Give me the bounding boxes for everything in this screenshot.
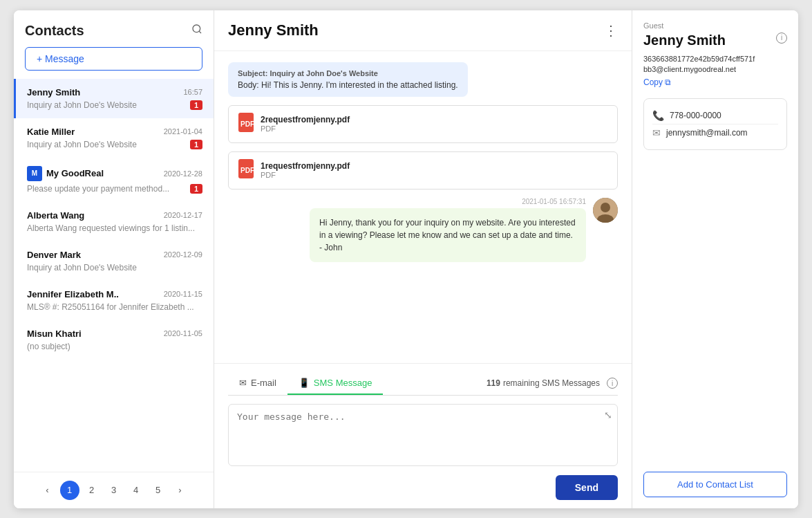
attachment-1[interactable]: PDF 2requestfromjenny.pdf PDF bbox=[228, 105, 618, 143]
page-2-button[interactable]: 2 bbox=[82, 481, 102, 500]
contact-info-icon: i bbox=[776, 33, 787, 44]
outgoing-message-wrapper: 2021-01-05 16:57:31 Hi Jenny, thank you … bbox=[228, 198, 618, 262]
page-5-button[interactable]: 5 bbox=[149, 481, 168, 500]
email-row: ✉ jennysmith@mail.com bbox=[652, 124, 778, 141]
contact-item[interactable]: Jennifer Elizabeth M.. 2020-11-15 MLS® #… bbox=[14, 281, 214, 320]
contact-name: My GoodReal bbox=[46, 168, 104, 178]
contacts-panel: Contacts + Message Jenny Smith 16:57 Inq… bbox=[14, 10, 214, 508]
contact-date: 2020-11-05 bbox=[164, 329, 202, 337]
contact-subject: (no subject) bbox=[27, 342, 202, 351]
info-icon: i bbox=[607, 378, 618, 389]
svg-text:PDF: PDF bbox=[240, 120, 254, 128]
file-type-1: PDF bbox=[261, 124, 350, 133]
file-type-2: PDF bbox=[261, 171, 350, 179]
unread-badge: 1 bbox=[190, 100, 202, 110]
add-to-contact-list-button[interactable]: Add to Contact List bbox=[643, 472, 787, 497]
phone-icon: 📞 bbox=[652, 110, 664, 121]
pagination: ‹ 1 2 3 4 5 › bbox=[14, 472, 214, 508]
sms-tab[interactable]: 📱 SMS Message bbox=[287, 372, 384, 395]
copy-link[interactable]: Copy ⧉ bbox=[643, 77, 787, 87]
phone-number: 778-000-0000 bbox=[670, 111, 721, 120]
more-options-button[interactable]: ⋮ bbox=[604, 22, 618, 39]
pdf-icon: PDF bbox=[238, 113, 254, 136]
contact-list: Jenny Smith 16:57 Inquiry at John Doe's … bbox=[14, 79, 214, 472]
sms-remaining: 119 remaining SMS Messages i bbox=[487, 378, 618, 389]
contact-name: Denver Mark bbox=[27, 250, 81, 260]
contact-item[interactable]: Alberta Wang 2020-12-17 Alberta Wang req… bbox=[14, 202, 214, 241]
file-name-1: 2requestfromjenny.pdf bbox=[261, 115, 350, 124]
page-4-button[interactable]: 4 bbox=[126, 481, 146, 500]
email-icon: ✉ bbox=[239, 378, 247, 388]
chat-header: Jenny Smith ⋮ bbox=[214, 10, 632, 51]
email-address: jennysmith@mail.com bbox=[666, 128, 748, 138]
next-page-button[interactable]: › bbox=[171, 481, 190, 500]
file-name-2: 1requestfromjenny.pdf bbox=[261, 161, 350, 171]
unread-badge: 1 bbox=[190, 184, 202, 194]
email-icon: ✉ bbox=[652, 127, 661, 138]
brand-logo: M bbox=[27, 166, 42, 181]
contact-item[interactable]: Jenny Smith 16:57 Inquiry at John Doe's … bbox=[14, 79, 214, 118]
svg-point-7 bbox=[601, 203, 610, 212]
contact-subject: Alberta Wang requested viewings for 1 li… bbox=[27, 223, 202, 233]
pdf-icon-2: PDF bbox=[238, 159, 254, 182]
contact-item[interactable]: Denver Mark 2020-12-09 Inquiry at John D… bbox=[14, 241, 214, 281]
new-message-button[interactable]: + Message bbox=[25, 47, 202, 71]
email-tab[interactable]: ✉ E-mail bbox=[228, 372, 287, 395]
guest-label: Guest bbox=[643, 21, 787, 30]
contact-name: Katie Miller bbox=[27, 127, 75, 137]
page-3-button[interactable]: 3 bbox=[104, 481, 124, 500]
chat-messages: Subject: Inquiry at John Doe's Website B… bbox=[214, 51, 632, 363]
compose-box: ⤡ bbox=[228, 404, 618, 468]
contact-subject: MLS® #: R25051164 for Jennifer Elizabeth… bbox=[27, 302, 202, 312]
incoming-message: Subject: Inquiry at John Doe's Website B… bbox=[228, 62, 468, 97]
contact-name: Jennifer Elizabeth M.. bbox=[27, 289, 119, 299]
contact-item[interactable]: Katie Miller 2021-01-04 Inquiry at John … bbox=[14, 118, 214, 158]
svg-text:PDF: PDF bbox=[240, 167, 254, 174]
chat-compose: ✉ E-mail 📱 SMS Message 119 remaining SMS… bbox=[214, 363, 632, 508]
contact-full-name: Jenny Smith bbox=[643, 33, 726, 48]
info-panel: Guest Jenny Smith i 363663881772e42b59d7… bbox=[632, 10, 798, 508]
chat-contact-name: Jenny Smith bbox=[228, 21, 319, 39]
phone-row: 📞 778-000-0000 bbox=[652, 107, 778, 124]
message-subject: Subject: Inquiry at John Doe's Website bbox=[238, 69, 458, 77]
sms-count: 119 bbox=[487, 378, 500, 388]
message-timestamp: 2021-01-05 16:57:31 bbox=[522, 198, 586, 205]
svg-point-0 bbox=[193, 25, 200, 33]
page-1-button[interactable]: 1 bbox=[60, 481, 79, 500]
contact-card: 📞 778-000-0000 ✉ jennysmith@mail.com bbox=[643, 98, 787, 150]
send-row: Send bbox=[228, 475, 618, 500]
search-button[interactable] bbox=[191, 24, 202, 37]
contact-date: 2020-11-15 bbox=[164, 290, 202, 298]
expand-button[interactable]: ⤡ bbox=[604, 409, 612, 420]
copy-icon: ⧉ bbox=[665, 77, 671, 87]
contact-name: Misun Khatri bbox=[27, 329, 82, 339]
email-id: 363663881772e42b59d74cff571fbb3@client.m… bbox=[643, 54, 787, 75]
attachment-2[interactable]: PDF 1requestfromjenny.pdf PDF bbox=[228, 151, 618, 189]
contact-subject: Inquiry at John Doe's Website bbox=[27, 100, 186, 110]
contact-subject: Inquiry at John Doe's Website bbox=[27, 140, 186, 149]
svg-line-1 bbox=[199, 31, 201, 33]
contact-item[interactable]: Misun Khatri 2020-11-05 (no subject) bbox=[14, 320, 214, 360]
message-body: Body: Hi! This is Jenny. I'm interested … bbox=[238, 80, 458, 90]
contact-name: Alberta Wang bbox=[27, 210, 84, 221]
prev-page-button[interactable]: ‹ bbox=[38, 481, 57, 500]
contact-subject: Inquiry at John Doe's Website bbox=[27, 263, 202, 272]
avatar bbox=[593, 198, 618, 223]
contact-date: 2020-12-17 bbox=[164, 211, 202, 219]
contact-item[interactable]: MMy GoodReal 2020-12-28 Please update yo… bbox=[14, 158, 214, 202]
contact-subject: Please update your payment method... bbox=[27, 184, 186, 194]
contact-date: 2020-12-09 bbox=[164, 250, 202, 259]
unread-badge: 1 bbox=[190, 140, 202, 149]
phone-icon: 📱 bbox=[299, 378, 310, 388]
contact-date: 2021-01-04 bbox=[164, 127, 202, 136]
contact-name: Jenny Smith bbox=[27, 87, 80, 98]
contact-date: 16:57 bbox=[183, 88, 202, 96]
contact-date: 2020-12-28 bbox=[164, 169, 202, 178]
sms-remaining-label: remaining SMS Messages bbox=[503, 378, 600, 388]
compose-tabs: ✉ E-mail 📱 SMS Message 119 remaining SMS… bbox=[228, 372, 618, 396]
contacts-title: Contacts bbox=[25, 23, 84, 39]
outgoing-message: Hi Jenny, thank you for your inquiry on … bbox=[310, 208, 586, 262]
message-textarea[interactable] bbox=[228, 404, 618, 466]
contacts-header: Contacts bbox=[14, 10, 214, 47]
send-button[interactable]: Send bbox=[556, 475, 618, 500]
